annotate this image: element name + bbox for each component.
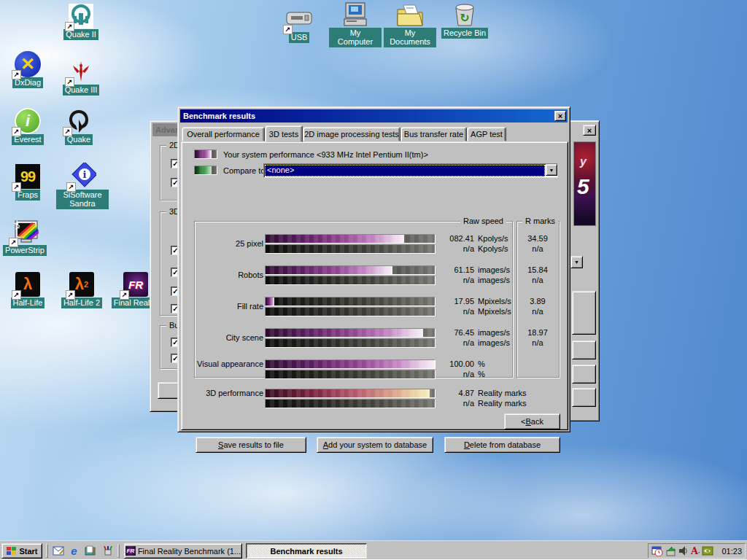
tab-strip: Overall performance 3D tests 2D image pr… [181, 125, 567, 142]
r-marks-label: R marks [522, 217, 558, 225]
desktop-icon-quake3[interactable]: ↗ Quake III [53, 58, 109, 96]
desktop-icon-fraps[interactable]: 99↗ Fraps [0, 163, 55, 201]
icon-label: My Computer [329, 28, 382, 47]
icon-label: SiSoftware Sandra [56, 190, 109, 209]
desktop-icon-dxdiag[interactable]: ✕↗ DxDiag [0, 51, 55, 88]
icon-label: PowerStrip [3, 245, 47, 256]
desktop: ↗ Quake II ↗ USB My Computer My Document… [0, 0, 747, 560]
compare-swatch [194, 166, 217, 175]
system-tray: A· 01:23 [648, 543, 746, 559]
desktop-icon-usb[interactable]: ↗ USB [271, 6, 327, 43]
icon-label: Quake II [63, 29, 98, 40]
icon-label: Fraps [15, 190, 40, 201]
shortcut-arrow-icon: ↗ [12, 128, 20, 136]
shortcut-arrow-icon: ↗ [66, 291, 74, 299]
icon-label: Recycle Bin [441, 28, 488, 39]
mail-icon [53, 546, 64, 556]
channels-icon [103, 545, 113, 556]
background-button-1[interactable] [572, 341, 596, 359]
compare-combobox[interactable]: <none> ▼ [263, 163, 558, 178]
task-benchmark-results[interactable]: Benchmark results [246, 543, 367, 559]
desktop-icon-powerstrip[interactable]: ↗ PowerStrip [0, 219, 53, 256]
final-reality-artwork: y5 [573, 141, 596, 226]
combobox-selected-value: <none> [265, 165, 545, 176]
delete-from-database-button[interactable]: Delete from database [444, 437, 560, 453]
nvidia-icon[interactable] [702, 545, 713, 556]
desktop-icon-halflife2[interactable]: λ2↗ Half-Life 2 [54, 271, 109, 308]
desktop-icon-quake2[interactable]: ↗ Quake II [53, 3, 109, 40]
combobox-dropdown-button[interactable]: ▼ [546, 164, 557, 176]
ati-tray-icon[interactable]: A· [691, 545, 700, 556]
shortcut-arrow-icon: ↗ [9, 238, 18, 246]
close-icon[interactable]: × [554, 111, 566, 121]
icon-label: USB [289, 32, 310, 43]
show-desktop-icon [85, 545, 96, 556]
my-computer-icon [342, 2, 368, 27]
tab-3d-tests[interactable]: 3D tests [265, 125, 303, 142]
back-button[interactable]: < Back [504, 413, 560, 429]
your-performance-swatch [194, 149, 217, 159]
shortcut-arrow-icon: ↗ [284, 26, 292, 34]
shortcut-arrow-icon: ↗ [63, 128, 71, 136]
close-icon[interactable]: × [583, 125, 596, 136]
my-documents-icon [396, 2, 424, 27]
background-button-2[interactable] [572, 365, 596, 384]
icon-label: Everest [12, 134, 43, 145]
final-reality-task-icon: FR [125, 546, 136, 556]
tab-agp-test[interactable]: AGP test [467, 127, 506, 141]
quicklaunch-view-channels[interactable] [101, 544, 115, 557]
svg-text:i: i [83, 169, 87, 180]
shortcut-arrow-icon: ↗ [12, 71, 20, 79]
scheduled-tasks-icon[interactable] [651, 545, 663, 556]
quicklaunch-outlook-express[interactable] [51, 544, 65, 557]
background-dropdown-button[interactable]: ▼ [570, 256, 583, 268]
start-button[interactable]: Start [1, 543, 42, 559]
recycle-bin-icon: ↻ [452, 2, 477, 27]
desktop-icon-everest[interactable]: i↗ Everest [0, 108, 55, 145]
shortcut-arrow-icon: ↗ [12, 183, 20, 191]
icon-label: DxDiag [12, 77, 43, 88]
shortcut-arrow-icon: ↗ [67, 183, 75, 191]
desktop-icon-sandra[interactable]: iTM↗ SiSoftware Sandra [55, 163, 110, 209]
shortcut-arrow-icon: ↗ [120, 291, 128, 299]
tab-2d-image-processing[interactable]: 2D image processing tests [303, 127, 400, 141]
icon-label: My Documents [384, 28, 436, 47]
desktop-icon-my-documents[interactable]: My Documents [382, 1, 438, 47]
icon-label: Quake [65, 134, 93, 145]
volume-icon[interactable] [678, 545, 689, 556]
chevron-down-icon: ▼ [574, 260, 579, 265]
compare-label: Compare to: [223, 166, 268, 175]
shortcut-arrow-icon: ↗ [66, 23, 74, 31]
tab-overall-performance[interactable]: Overall performance [182, 127, 265, 141]
background-tall-button[interactable] [572, 291, 596, 335]
benchmark-titlebar[interactable]: Benchmark results × [180, 109, 568, 122]
tab-bus-transfer-rate[interactable]: Bus transfer rate [400, 127, 467, 141]
background-button-3[interactable] [572, 388, 596, 407]
desktop-icon-recycle-bin[interactable]: ↻ Recycle Bin [437, 1, 492, 39]
desktop-icon-my-computer[interactable]: My Computer [328, 1, 383, 47]
raw-speed-label: Raw speed [460, 217, 506, 225]
icon-label: Half-Life 2 [61, 298, 102, 308]
quicklaunch-internet-explorer[interactable]: e [67, 544, 81, 557]
svg-text:TM: TM [96, 164, 96, 170]
clock[interactable]: 01:23 [721, 547, 742, 556]
add-to-database-button[interactable]: Add your system to database [317, 437, 433, 453]
chevron-down-icon: ▼ [549, 168, 554, 173]
your-performance-label: Your system performance <933 MHz Intel P… [223, 150, 428, 159]
shortcut-arrow-icon: ↗ [66, 78, 74, 86]
desktop-icon-halflife[interactable]: λ↗ Half-Life [0, 271, 55, 308]
taskbar-handle[interactable] [46, 544, 48, 558]
taskbar-handle[interactable] [117, 544, 120, 558]
task-final-reality[interactable]: FR Final Reality Benchmark (1... [124, 543, 242, 559]
icon-label: Quake III [63, 85, 100, 96]
save-results-button[interactable]: Save results to file [196, 437, 306, 453]
dialog-title: Benchmark results [183, 112, 255, 120]
taskbar: Start e FR Final Reality Benchmark (1...… [0, 540, 747, 560]
benchmark-dialog: Benchmark results × Overall performance … [177, 106, 570, 432]
pcmcia-eject-icon[interactable] [665, 545, 676, 556]
desktop-icon-quake[interactable]: ↗ Quake [51, 108, 107, 145]
quicklaunch-show-desktop[interactable] [83, 544, 97, 557]
icon-label: Half-Life [11, 298, 45, 308]
ie-icon: e [71, 545, 77, 557]
windows-logo-icon [6, 546, 17, 556]
